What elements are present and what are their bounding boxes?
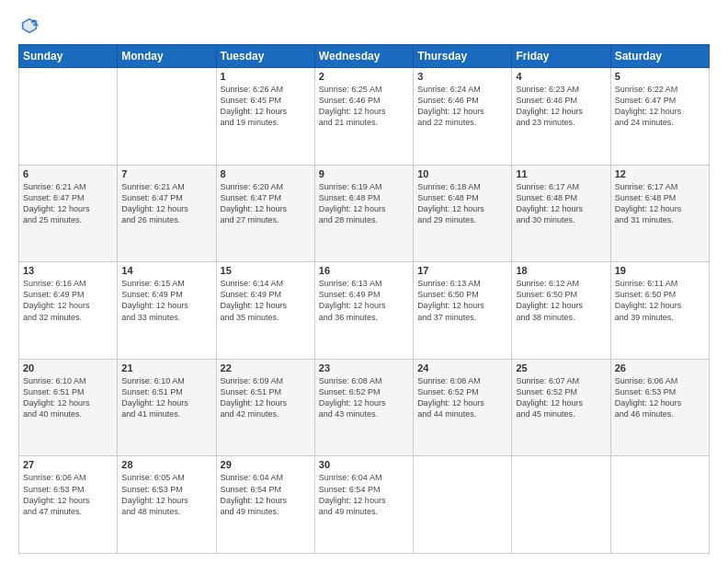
day-number: 22 [221,362,311,373]
calendar-cell: 30Sunrise: 6:04 AMSunset: 6:54 PMDayligh… [314,456,413,554]
day-info: Sunrise: 6:25 AMSunset: 6:46 PMDaylight:… [319,84,409,129]
day-info: Sunrise: 6:05 AMSunset: 6:53 PMDaylight:… [121,472,211,517]
calendar-day-header: Friday [512,45,610,68]
day-number: 20 [23,362,113,373]
day-info: Sunrise: 6:16 AMSunset: 6:49 PMDaylight:… [23,278,113,323]
day-number: 5 [615,71,705,82]
day-info: Sunrise: 6:08 AMSunset: 6:52 PMDaylight:… [417,375,507,420]
day-number: 19 [615,265,705,276]
calendar-cell: 23Sunrise: 6:08 AMSunset: 6:52 PMDayligh… [314,359,413,456]
day-info: Sunrise: 6:21 AMSunset: 6:47 PMDaylight:… [23,181,113,226]
day-number: 25 [516,362,606,373]
calendar-cell: 26Sunrise: 6:06 AMSunset: 6:53 PMDayligh… [610,359,709,456]
logo [18,15,44,37]
day-info: Sunrise: 6:08 AMSunset: 6:52 PMDaylight:… [319,375,409,420]
calendar-day-header: Saturday [610,45,709,68]
day-info: Sunrise: 6:10 AMSunset: 6:51 PMDaylight:… [23,375,113,420]
calendar-cell: 3Sunrise: 6:24 AMSunset: 6:46 PMDaylight… [414,68,512,166]
calendar-cell: 28Sunrise: 6:05 AMSunset: 6:53 PMDayligh… [118,456,216,554]
calendar-cell: 13Sunrise: 6:16 AMSunset: 6:49 PMDayligh… [19,262,118,360]
day-number: 8 [221,168,311,179]
calendar-cell: 20Sunrise: 6:10 AMSunset: 6:51 PMDayligh… [19,359,118,456]
calendar-cell: 5Sunrise: 6:22 AMSunset: 6:47 PMDaylight… [610,68,709,166]
calendar-week-row: 27Sunrise: 6:06 AMSunset: 6:53 PMDayligh… [19,456,710,554]
logo-icon [18,15,40,37]
calendar-cell: 6Sunrise: 6:21 AMSunset: 6:47 PMDaylight… [19,165,118,262]
day-info: Sunrise: 6:19 AMSunset: 6:48 PMDaylight:… [319,181,409,226]
day-info: Sunrise: 6:15 AMSunset: 6:49 PMDaylight:… [121,278,211,323]
calendar-cell [19,68,118,166]
day-number: 10 [417,168,507,179]
calendar-cell: 9Sunrise: 6:19 AMSunset: 6:48 PMDaylight… [314,165,413,262]
day-number: 1 [221,71,311,82]
day-info: Sunrise: 6:26 AMSunset: 6:45 PMDaylight:… [221,84,311,129]
day-number: 4 [516,71,606,82]
calendar-cell: 24Sunrise: 6:08 AMSunset: 6:52 PMDayligh… [414,359,512,456]
calendar-cell [610,456,709,554]
calendar-cell [414,456,512,554]
day-number: 28 [121,459,211,470]
day-info: Sunrise: 6:09 AMSunset: 6:51 PMDaylight:… [221,375,311,420]
header [18,15,710,37]
calendar-cell: 27Sunrise: 6:06 AMSunset: 6:53 PMDayligh… [19,456,118,554]
day-number: 24 [417,362,507,373]
day-number: 2 [319,71,409,82]
calendar-cell: 1Sunrise: 6:26 AMSunset: 6:45 PMDaylight… [216,68,314,166]
calendar-cell [512,456,610,554]
day-info: Sunrise: 6:06 AMSunset: 6:53 PMDaylight:… [615,375,705,420]
calendar-cell: 12Sunrise: 6:17 AMSunset: 6:48 PMDayligh… [610,165,709,262]
day-number: 12 [615,168,705,179]
calendar-day-header: Thursday [414,45,512,68]
calendar-cell [118,68,216,166]
day-info: Sunrise: 6:13 AMSunset: 6:50 PMDaylight:… [417,278,507,323]
day-info: Sunrise: 6:20 AMSunset: 6:47 PMDaylight:… [221,181,311,226]
day-info: Sunrise: 6:14 AMSunset: 6:49 PMDaylight:… [221,278,311,323]
calendar-day-header: Sunday [19,45,118,68]
calendar-cell: 17Sunrise: 6:13 AMSunset: 6:50 PMDayligh… [414,262,512,360]
calendar-week-row: 1Sunrise: 6:26 AMSunset: 6:45 PMDaylight… [19,68,710,166]
day-number: 14 [121,265,211,276]
day-number: 11 [516,168,606,179]
day-info: Sunrise: 6:12 AMSunset: 6:50 PMDaylight:… [516,278,606,323]
calendar-cell: 14Sunrise: 6:15 AMSunset: 6:49 PMDayligh… [118,262,216,360]
day-info: Sunrise: 6:10 AMSunset: 6:51 PMDaylight:… [121,375,211,420]
day-number: 7 [121,168,211,179]
calendar-week-row: 13Sunrise: 6:16 AMSunset: 6:49 PMDayligh… [19,262,710,360]
calendar-cell: 22Sunrise: 6:09 AMSunset: 6:51 PMDayligh… [216,359,314,456]
day-number: 3 [417,71,507,82]
calendar-week-row: 6Sunrise: 6:21 AMSunset: 6:47 PMDaylight… [19,165,710,262]
day-info: Sunrise: 6:06 AMSunset: 6:53 PMDaylight:… [23,472,113,517]
day-number: 16 [319,265,409,276]
day-number: 9 [319,168,409,179]
calendar-cell: 19Sunrise: 6:11 AMSunset: 6:50 PMDayligh… [610,262,709,360]
day-number: 13 [23,265,113,276]
calendar-day-header: Tuesday [216,45,314,68]
day-number: 18 [516,265,606,276]
day-number: 6 [23,168,113,179]
calendar-cell: 10Sunrise: 6:18 AMSunset: 6:48 PMDayligh… [414,165,512,262]
day-number: 30 [319,459,409,470]
day-number: 23 [319,362,409,373]
day-number: 26 [615,362,705,373]
day-info: Sunrise: 6:22 AMSunset: 6:47 PMDaylight:… [615,84,705,129]
calendar-day-header: Wednesday [314,45,413,68]
day-info: Sunrise: 6:13 AMSunset: 6:49 PMDaylight:… [319,278,409,323]
day-number: 15 [221,265,311,276]
calendar-cell: 7Sunrise: 6:21 AMSunset: 6:47 PMDaylight… [118,165,216,262]
calendar-cell: 8Sunrise: 6:20 AMSunset: 6:47 PMDaylight… [216,165,314,262]
calendar-cell: 4Sunrise: 6:23 AMSunset: 6:46 PMDaylight… [512,68,610,166]
day-number: 17 [417,265,507,276]
calendar-cell: 11Sunrise: 6:17 AMSunset: 6:48 PMDayligh… [512,165,610,262]
day-number: 29 [221,459,311,470]
calendar-cell: 29Sunrise: 6:04 AMSunset: 6:54 PMDayligh… [216,456,314,554]
day-number: 21 [121,362,211,373]
calendar-cell: 15Sunrise: 6:14 AMSunset: 6:49 PMDayligh… [216,262,314,360]
calendar-cell: 18Sunrise: 6:12 AMSunset: 6:50 PMDayligh… [512,262,610,360]
calendar-table: SundayMondayTuesdayWednesdayThursdayFrid… [18,44,710,554]
day-info: Sunrise: 6:17 AMSunset: 6:48 PMDaylight:… [516,181,606,226]
day-info: Sunrise: 6:17 AMSunset: 6:48 PMDaylight:… [615,181,705,226]
calendar-header-row: SundayMondayTuesdayWednesdayThursdayFrid… [19,45,710,68]
day-info: Sunrise: 6:21 AMSunset: 6:47 PMDaylight:… [121,181,211,226]
day-info: Sunrise: 6:24 AMSunset: 6:46 PMDaylight:… [417,84,507,129]
day-info: Sunrise: 6:11 AMSunset: 6:50 PMDaylight:… [615,278,705,323]
